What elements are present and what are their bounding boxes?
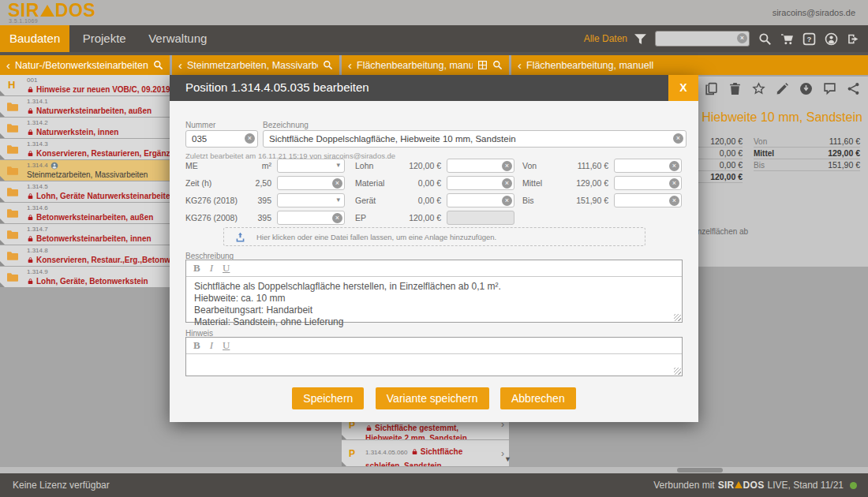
column-search-icon[interactable] <box>492 60 503 70</box>
bis-input[interactable]: × <box>614 193 682 207</box>
bezeichnung-input[interactable] <box>263 130 687 148</box>
beschreibung-content[interactable]: Sichtfläche als Doppelschlagfläche herst… <box>186 277 682 332</box>
tab-projekte[interactable]: Projekte <box>73 25 136 52</box>
scrollbar-thumb[interactable] <box>677 468 723 473</box>
share-icon[interactable] <box>847 82 860 95</box>
position-item[interactable]: P 1.314.4.05.060 Sichtfläche schleifen, … <box>342 440 509 466</box>
tab-verwaltung[interactable]: Verwaltung <box>139 25 216 52</box>
filter-scope-label[interactable]: Alle Daten <box>584 33 627 44</box>
item-title-row: Hinweise zur neuen VOB/C, 09.2019 <box>27 84 165 95</box>
filter-funnel-icon[interactable] <box>634 32 647 46</box>
help-icon[interactable]: ? <box>803 32 816 46</box>
bold-button[interactable]: B <box>193 339 200 352</box>
column-header-3[interactable]: ‹ Flächenbearbeitung, manuell <box>342 55 509 75</box>
clear-field-icon[interactable]: × <box>245 133 255 144</box>
edit-pencil-icon[interactable] <box>776 82 789 95</box>
list-item[interactable]: 1.314.2 Naturwerkstein, innen <box>0 118 170 138</box>
search-input[interactable] <box>655 31 750 47</box>
logout-icon[interactable] <box>847 32 860 46</box>
list-item[interactable]: 1.314.6 Betonwerksteinarbeiten, außen <box>0 203 170 223</box>
search-clear-icon[interactable]: × <box>737 33 747 43</box>
column-search-icon[interactable] <box>153 60 163 70</box>
underline-button[interactable]: U <box>223 339 230 352</box>
clear-field-icon[interactable]: × <box>332 213 342 223</box>
clear-field-icon[interactable]: × <box>669 196 679 206</box>
trash-icon[interactable] <box>728 82 742 95</box>
brand-text-sir: SIR <box>718 480 735 491</box>
search-icon[interactable] <box>758 32 772 46</box>
lohn-input[interactable]: × <box>447 159 514 173</box>
comment-icon[interactable] <box>823 82 836 95</box>
italic-button[interactable]: I <box>210 262 213 275</box>
field-label: EP <box>355 213 409 222</box>
column-header-4[interactable]: ‹ Flächenbearbeitung, manuell <box>511 55 868 75</box>
underline-button[interactable]: U <box>223 262 230 275</box>
clear-field-icon[interactable]: × <box>673 133 683 144</box>
list-item[interactable]: 1.314.3 Konservieren, Restaurieren, Ergä… <box>0 139 170 159</box>
clear-field-icon[interactable]: × <box>669 161 679 171</box>
speichern-button[interactable]: Speichern <box>292 387 364 409</box>
von-input[interactable]: × <box>614 159 682 173</box>
scrollbar-down-arrow[interactable]: ▼ <box>504 455 511 463</box>
back-chevron-icon[interactable]: ‹ <box>518 57 522 74</box>
item-title-row: Lohn, Geräte Naturwerksteinarbeiten <box>27 191 165 201</box>
back-chevron-icon[interactable]: ‹ <box>178 57 182 74</box>
list-item[interactable]: 1.314.7 Betonwerksteinarbeiten, innen <box>0 224 170 245</box>
beschreibung-editor[interactable]: B I U Sichtfläche als Doppelschlagfläche… <box>185 260 683 323</box>
modal-title-bar[interactable]: Position 1.314.4.05.035 bearbeiten X <box>170 75 698 101</box>
download-icon[interactable] <box>799 82 813 95</box>
grid-view-icon[interactable] <box>477 60 488 70</box>
account-icon[interactable] <box>825 32 838 46</box>
mittel-input[interactable]: × <box>614 176 682 190</box>
cart-icon[interactable] <box>780 32 794 46</box>
clear-field-icon[interactable]: × <box>502 196 512 206</box>
clear-field-icon[interactable]: × <box>332 178 342 189</box>
edit-position-modal: Position 1.314.4.05.035 bearbeiten X Num… <box>170 75 698 422</box>
italic-button[interactable]: I <box>210 339 213 352</box>
horizontal-scrollbar[interactable] <box>0 467 868 473</box>
column-title: Steinmetzarbeiten, Massivarbeiten <box>187 60 318 71</box>
column-search-icon[interactable] <box>323 60 333 70</box>
item-number: 1.314.7 <box>27 226 165 234</box>
tab-baudaten[interactable]: Baudaten <box>0 25 69 52</box>
kg276-2008-input[interactable]: × <box>277 211 345 225</box>
bold-button[interactable]: B <box>193 262 200 275</box>
list-item[interactable]: H 001 Hinweise zur neuen VOB/C, 09.2019 <box>0 75 170 95</box>
list-item[interactable]: 1.314.8 Konservieren, Restaur.,Erg.,Beto… <box>0 245 170 266</box>
list-item-selected[interactable]: 1.314.4 Steinmetzarbeiten, Massivarbeite… <box>0 160 170 181</box>
geraet-input[interactable]: × <box>447 193 514 207</box>
me-select[interactable]: ▾ <box>277 159 345 173</box>
clear-field-icon[interactable]: × <box>502 178 512 189</box>
abbrechen-button[interactable]: Abbrechen <box>500 387 576 409</box>
clear-field-icon[interactable]: × <box>669 178 679 189</box>
item-number: 1.314.9 <box>27 268 165 276</box>
copy-icon[interactable] <box>705 82 718 95</box>
list-item[interactable]: 1.314.1 Naturwerksteinarbeiten, außen <box>0 96 170 117</box>
list-item[interactable]: 1.314.5 Lohn, Geräte Naturwerksteinarbei… <box>0 181 170 202</box>
variante-speichern-button[interactable]: Variante speichern <box>376 387 489 409</box>
column-header-2[interactable]: ‹ Steinmetzarbeiten, Massivarbeiten <box>172 55 339 75</box>
field-group-3: Von111,60 € × Mittel129,00 € × Bis151,90… <box>522 159 682 211</box>
material-input[interactable]: × <box>447 176 514 190</box>
attachment-dropzone[interactable]: Hier klicken oder eine Datei fallen lass… <box>223 227 645 246</box>
clear-field-icon[interactable]: × <box>502 161 512 171</box>
close-button[interactable]: X <box>668 75 698 101</box>
field-label: KG276 (2018) <box>185 196 257 205</box>
zeit-input[interactable]: × <box>277 176 345 190</box>
back-chevron-icon[interactable]: ‹ <box>348 57 352 74</box>
price-value: 0,00 € <box>720 160 743 170</box>
kg276-2018-select[interactable]: ▾ <box>277 193 345 207</box>
resize-handle[interactable] <box>674 368 681 375</box>
folder-icon <box>6 144 19 155</box>
hinweis-content[interactable] <box>186 354 682 362</box>
back-chevron-icon[interactable]: ‹ <box>6 57 10 74</box>
star-icon[interactable] <box>752 82 765 95</box>
hinweis-editor[interactable]: B I U <box>185 337 683 376</box>
list-item[interactable]: 1.314.9 Lohn, Geräte, Betonwerkstein <box>0 267 170 287</box>
range-value: 111,60 € <box>829 136 860 146</box>
resize-handle[interactable] <box>674 314 681 321</box>
range-row: Bis151,90 € <box>754 159 860 171</box>
field-row: EP120,00 € <box>355 211 514 225</box>
chevron-down-icon: ▾ <box>336 196 340 204</box>
column-header-1[interactable]: ‹ Natur-/Betonwerksteinarbeiten <box>0 55 170 75</box>
